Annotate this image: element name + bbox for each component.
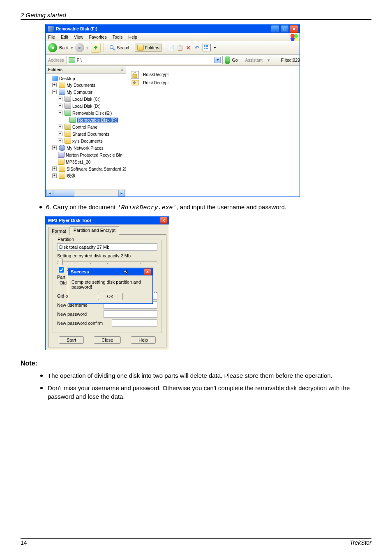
- set-checkbox[interactable]: [59, 267, 64, 273]
- tree-item-shared-docs[interactable]: Shared Documents: [72, 132, 109, 136]
- tree-item-control-panel[interactable]: Control Panel: [72, 125, 99, 130]
- folders-button[interactable]: Folders: [135, 44, 162, 52]
- go-label: Go: [232, 58, 238, 62]
- svg-point-0: [110, 46, 113, 49]
- success-ok-button[interactable]: OK: [98, 293, 123, 300]
- folder-icon: [59, 173, 65, 179]
- tree-item-drive-d[interactable]: Local Disk (D:): [72, 104, 101, 109]
- menu-file[interactable]: File: [48, 35, 55, 39]
- help-button[interactable]: Help: [131, 336, 156, 344]
- address-label: Address: [48, 58, 64, 62]
- svg-rect-3: [133, 74, 137, 78]
- folder-tree[interactable]: Desktop +My Documents −My Computer +Loca…: [46, 74, 126, 190]
- disk-total-field: Disk total capacity 27 Mb: [57, 243, 157, 251]
- new-password-label: New password: [57, 312, 100, 317]
- tree-horizontal-scrollbar[interactable]: ◄ ►: [46, 190, 126, 197]
- tree-item-mycomputer[interactable]: My Computer: [67, 90, 92, 95]
- file-list-pane[interactable]: RdiskDecrypt RdiskDecrypt: [126, 66, 300, 197]
- drive-icon: [69, 57, 75, 63]
- page-footer: 14 TrekStor: [21, 538, 371, 546]
- success-title: Success: [71, 269, 89, 274]
- tree-item-sandra[interactable]: SiSoftware Sandra Standard 200: [67, 166, 126, 171]
- cursor-icon: ↖: [124, 269, 128, 275]
- config-file-icon: [129, 79, 141, 86]
- removable-drive-icon: [69, 117, 76, 123]
- success-title-bar[interactable]: Success ↖ ×: [68, 268, 152, 275]
- search-button[interactable]: Search: [107, 44, 132, 52]
- tree-item-drive-f[interactable]: Removable Disk (F:): [77, 118, 118, 123]
- folder-icon: [59, 166, 65, 172]
- tree-item-drive-c[interactable]: Local Disk (C:): [72, 97, 101, 102]
- views-dropdown-icon[interactable]: [214, 47, 216, 49]
- success-dialog: Success ↖ × Complete setting disk partit…: [68, 268, 153, 304]
- move-to-icon[interactable]: 📄: [168, 44, 175, 51]
- new-password-input[interactable]: [104, 310, 157, 318]
- encrypted-capacity-label: Setting encrypted disk capacity 2 Mb: [57, 253, 157, 258]
- minimize-button[interactable]: _: [271, 25, 279, 33]
- copy-to-icon[interactable]: 📋: [177, 44, 183, 51]
- new-password-confirm-input[interactable]: [112, 319, 157, 327]
- desktop-icon: [52, 76, 58, 81]
- disk-tool-dialog: MP3 Plyer Disk Tool × Format Partition a…: [45, 216, 169, 350]
- tree-item-drive-e[interactable]: Removable Disk (E:): [72, 111, 112, 116]
- start-button[interactable]: Start: [59, 336, 84, 344]
- menu-help[interactable]: Help: [128, 35, 137, 39]
- menu-view[interactable]: View: [74, 35, 83, 39]
- tree-item-desktop[interactable]: Desktop: [59, 76, 75, 81]
- menu-bar: File Edit View Favorites Tools Help: [46, 33, 300, 41]
- folder-icon: [58, 159, 65, 165]
- list-item[interactable]: RdiskDecrypt: [129, 79, 296, 86]
- capacity-slider[interactable]: [57, 261, 157, 262]
- svg-point-5: [133, 81, 136, 84]
- filtered-label: Filted:929: [281, 58, 300, 62]
- lock-file-icon: [129, 69, 141, 80]
- scroll-thumb[interactable]: [53, 190, 74, 197]
- page-section-header: 2 Getting started: [21, 12, 371, 18]
- views-button[interactable]: [203, 44, 211, 51]
- tree-item-mp3set[interactable]: MP3Set1_20: [66, 160, 91, 164]
- up-button[interactable]: [91, 43, 101, 53]
- page-number: 14: [21, 539, 27, 546]
- address-value: F:\: [77, 58, 82, 62]
- slider-thumb[interactable]: [59, 259, 63, 265]
- folder-icon: [137, 45, 144, 51]
- scroll-left-button[interactable]: ◄: [46, 190, 53, 197]
- tree-item-xys-docs[interactable]: xy's Documents: [72, 139, 103, 143]
- step-6-text: 6. Carry on the document 'RdiskDecry.exe…: [39, 203, 371, 213]
- removable-drive-icon: [65, 110, 71, 116]
- explorer-title-bar[interactable]: Removable Disk (F:) _ □ ×: [46, 24, 300, 33]
- menu-tools[interactable]: Tools: [113, 35, 123, 39]
- undo-icon[interactable]: ↶: [194, 44, 201, 51]
- folders-pane-title: Folders: [48, 67, 62, 72]
- dialog-title-bar[interactable]: MP3 Plyer Disk Tool ×: [46, 216, 169, 224]
- forward-button[interactable]: ►: [75, 43, 84, 52]
- scroll-right-button[interactable]: ►: [118, 190, 125, 197]
- dialog-close-button[interactable]: ×: [160, 217, 168, 224]
- delete-icon[interactable]: ✕: [185, 44, 192, 51]
- folders-pane-close-button[interactable]: ×: [121, 67, 123, 72]
- tab-format[interactable]: Format: [48, 227, 70, 235]
- recycle-bin-icon: [58, 152, 65, 158]
- menu-favorites[interactable]: Favorites: [89, 35, 107, 39]
- toolbar: ◄ Back ▾ ► ▾ Search Folders 📄: [46, 41, 300, 55]
- address-input[interactable]: F:\: [67, 56, 223, 64]
- folder-icon: [65, 131, 71, 137]
- drive-icon: [65, 103, 71, 109]
- tab-partition[interactable]: Partition and Encrypt: [70, 226, 119, 235]
- close-button[interactable]: ×: [290, 25, 298, 33]
- tree-item-network[interactable]: My Network Places: [67, 146, 104, 150]
- tree-item-norton[interactable]: Norton Protected Recycle Bin: [66, 153, 122, 157]
- address-dropdown-icon[interactable]: [214, 57, 221, 63]
- close-button[interactable]: Close: [94, 336, 121, 344]
- menu-edit[interactable]: Edit: [61, 35, 68, 39]
- maximize-button[interactable]: □: [280, 25, 289, 33]
- address-bar: Address F:\ → Go Assistant ▾: [46, 55, 300, 66]
- windows-logo-icon: [290, 34, 298, 41]
- back-button[interactable]: ◄: [48, 43, 57, 52]
- go-button[interactable]: →: [225, 56, 230, 64]
- note-item-2: Don't miss your username and password. O…: [40, 384, 371, 402]
- folder-icon: [65, 138, 71, 144]
- tree-item-cn[interactable]: 映像: [67, 173, 76, 179]
- tree-item-mydocs[interactable]: My Documents: [67, 83, 95, 88]
- success-close-button[interactable]: ×: [144, 268, 151, 275]
